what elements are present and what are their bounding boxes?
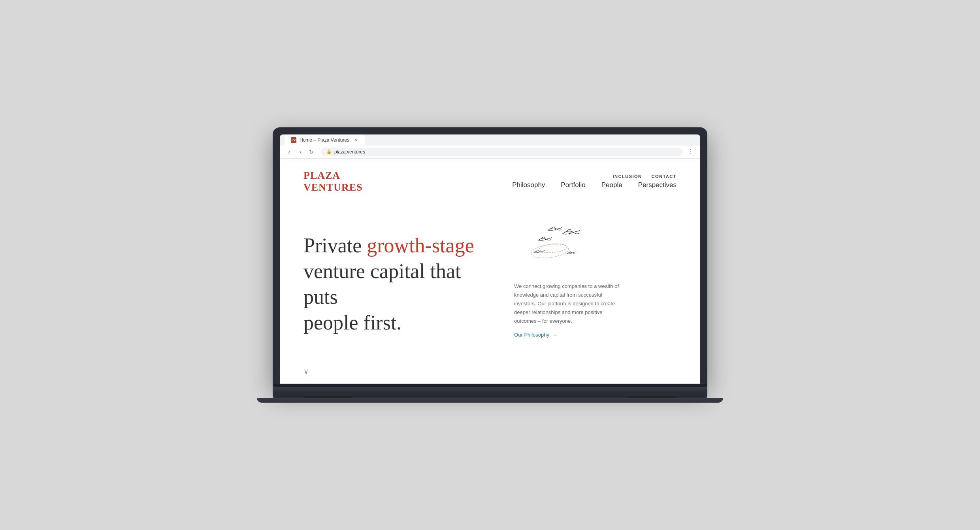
our-philosophy-link[interactable]: Our Philosophy → <box>514 332 677 338</box>
laptop-hinge <box>273 384 707 387</box>
nav-top: INCLUSION CONTACT <box>613 174 677 179</box>
browser-tab[interactable]: PV Home – Plaza Ventures ✕ <box>285 134 365 146</box>
headline-plain: Private <box>303 234 367 257</box>
nav-main: Philosophy Portfolio People Perspectives <box>512 181 677 189</box>
address-bar-row: ‹ › ↻ 🔒 plaza.ventures ⋮ <box>280 146 700 159</box>
site-header: PLAZA VENTURES INCLUSION CONTACT Philoso… <box>280 159 700 201</box>
laptop-base <box>273 387 707 398</box>
birds-svg <box>514 227 593 266</box>
nav-buttons: ‹ › ↻ <box>285 147 316 157</box>
website-content: PLAZA VENTURES INCLUSION CONTACT Philoso… <box>280 159 700 384</box>
nav-philosophy[interactable]: Philosophy <box>512 181 545 189</box>
laptop-container: PV Home – Plaza Ventures ✕ ‹ › ↻ 🔒 plaza… <box>273 127 707 403</box>
site-logo: PLAZA VENTURES <box>303 170 363 193</box>
nav-perspectives[interactable]: Perspectives <box>638 181 677 189</box>
tab-close-button[interactable]: ✕ <box>352 137 359 143</box>
hero-right: We connect growing companies to a wealth… <box>514 217 677 343</box>
tab-title: Home – Plaza Ventures <box>300 137 349 143</box>
our-philosophy-arrow: → <box>552 332 558 338</box>
back-button[interactable]: ‹ <box>285 147 294 157</box>
headline-highlight: growth-stage <box>367 234 474 257</box>
screen-bezel: PV Home – Plaza Ventures ✕ ‹ › ↻ 🔒 plaza… <box>273 127 707 387</box>
scroll-down-indicator[interactable]: ∨ <box>280 359 700 384</box>
nav-people[interactable]: People <box>601 181 622 189</box>
hero-left: Private growth-stageventure capital that… <box>303 217 498 343</box>
nav-portfolio[interactable]: Portfolio <box>561 181 585 189</box>
tab-favicon: PV <box>291 137 296 143</box>
address-bar[interactable]: 🔒 plaza.ventures <box>321 148 683 156</box>
lock-icon: 🔒 <box>326 149 332 154</box>
laptop-bottom-base <box>257 398 723 403</box>
hero-headline: Private growth-stageventure capital that… <box>303 233 498 335</box>
laptop-foot-left <box>304 396 352 398</box>
laptop-foot-right <box>628 396 676 398</box>
browser-chrome: PV Home – Plaza Ventures ✕ ‹ › ↻ 🔒 plaza… <box>280 134 700 384</box>
reload-button[interactable]: ↻ <box>307 147 316 157</box>
forward-button[interactable]: › <box>296 147 305 157</box>
browser-menu-button[interactable]: ⋮ <box>686 147 695 157</box>
nav-contact[interactable]: CONTACT <box>652 174 677 179</box>
hero-description: We connect growing companies to a wealth… <box>514 282 625 326</box>
our-philosophy-text: Our Philosophy <box>514 332 549 338</box>
nav-inclusion[interactable]: INCLUSION <box>613 174 642 179</box>
birds-illustration <box>514 227 593 274</box>
hero-section: Private growth-stageventure capital that… <box>280 201 700 359</box>
url-text: plaza.ventures <box>334 149 365 155</box>
tab-bar: PV Home – Plaza Ventures ✕ <box>280 134 700 146</box>
site-nav: INCLUSION CONTACT Philosophy Portfolio P… <box>512 174 677 189</box>
